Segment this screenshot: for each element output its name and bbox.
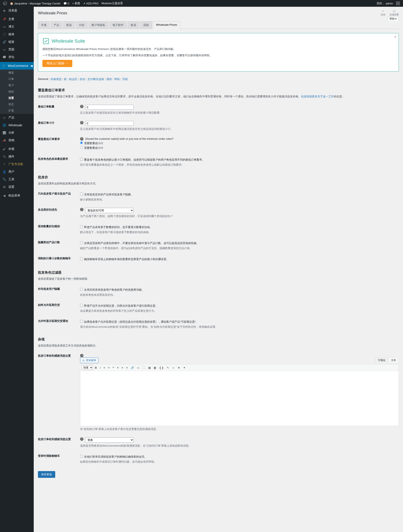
menu-settings[interactable]: ⚙设置 [0,183,34,191]
align-center-button[interactable]: ≡ [120,366,124,370]
fullscreen-button[interactable]: ⛶ [141,366,146,370]
tab-wholesale[interactable]: Wholesale Prices [153,21,180,29]
bold-button[interactable]: B [94,366,98,370]
menu-marketing[interactable]: 📣营销 [0,137,34,144]
menu-pages[interactable]: ▭页面 [0,46,34,53]
code-button[interactable]: ❮❯ [158,366,165,370]
menu-comments[interactable]: 💬评论 [0,53,34,61]
tab-shipping[interactable]: 配送 [63,21,75,29]
tooltip-icon[interactable]: ? [80,354,83,357]
editor-textarea[interactable] [80,371,399,426]
only-show-check[interactable]: 没有批发定价的产品将对批发客户隐藏。 [80,193,399,196]
min-req-opt1[interactable]: 需要数量或小计 [80,141,399,145]
subtab-discount[interactable]: 折扣 [80,77,85,81]
menu-users[interactable]: 👤用户 [0,168,34,176]
hide-count-check[interactable]: 在商店页面和产品类别存档中，不要在类别名称中显示产品计数。这可以提高这些页面的性… [80,241,399,245]
wp-logo-icon[interactable] [3,1,7,5]
tooltip-icon[interactable]: ? [80,208,83,211]
role-override-check[interactable]: 覆盖每个批发角色的默认最小订单规则。这使您可以根据客户的用户角色应用不同的最低订… [80,158,399,162]
greeting[interactable]: 您好，admin [377,1,393,5]
subtab-shipping[interactable]: 航运区 [69,77,77,81]
format-select[interactable]: 段落 [82,365,93,370]
menu-wholesale[interactable]: 🌐Wholesale [0,121,34,129]
subtab-pricetype[interactable]: 价格类型 [50,77,62,81]
tab-payments[interactable]: 付款 [76,21,88,29]
menu-analytics[interactable]: 📊分析 [0,129,34,137]
submenu-settings[interactable]: 设置 [6,95,34,101]
more-button[interactable]: ▭ [136,366,141,370]
hide-coupon-check[interactable]: 全局关闭具有批发用户角色的客户的优惠券功能。 [80,288,399,292]
text-tab[interactable]: 文本 [388,357,399,363]
subtab-upgrade[interactable]: 升级 [122,77,128,81]
menu-ads-pro[interactable]: ↗广告专业版 [0,160,34,168]
tab-general[interactable]: 常规 [38,21,50,29]
site-link[interactable]: 🏠 Jacqueline - Massage Therapy Center [10,2,61,5]
tooltip-icon[interactable]: ? [80,105,83,108]
link-button[interactable]: 🔗 [130,366,135,370]
wand-button[interactable]: ✦ [182,366,187,370]
quote-button[interactable]: ❝ [112,366,115,370]
tooltip-icon[interactable]: ? [80,137,83,141]
add-media-button[interactable]: 🗀 添加媒体 [80,357,98,363]
multi-cat-select[interactable]: 最低折扣可用 [85,208,134,213]
min-req-opt2[interactable]: 需要数量或小计 [80,146,399,150]
menu-tools[interactable]: 🔧工具 [0,176,34,183]
visual-tab[interactable]: 可视化 [375,357,388,363]
min-qty-input[interactable] [85,105,134,110]
read-guide-button[interactable]: 阅读入门指南 → [42,60,72,67]
paint-button[interactable]: ✎ [166,366,170,370]
ul-button[interactable]: ≡ [102,366,106,370]
tag-button[interactable]: ★ [177,366,181,370]
avatar[interactable] [396,1,400,5]
msg-pos2-select[interactable]: 替换 [85,437,134,443]
menu-plugins[interactable]: 🔌插件 [0,153,34,160]
show-backorder-check[interactable]: 如果批发客户允许延期交货（按照总是允许延期交货的设置），通知客户该产品"可延期交… [80,320,399,324]
menu-appearance[interactable]: 🖌外观 [0,145,34,153]
ads-link[interactable]: ↗ ADS PRO [83,2,99,5]
tab-accounts[interactable]: 帐户和隐私 [88,21,108,29]
modown-link[interactable]: Modown主题设置 [102,1,123,5]
submenu-reports[interactable]: 报表 [6,89,34,95]
menu-links[interactable]: 🔗链接 [0,38,34,46]
tab-emails[interactable]: 电子邮件 [109,21,127,29]
submenu-extensions[interactable]: 扩展 [6,108,34,114]
align-left-button[interactable]: ≡ [116,366,120,370]
emoji-button[interactable]: ☺ [171,366,176,370]
menu-products[interactable]: ▭产品 [0,114,34,121]
finish-setup-button[interactable]: ◯完成设置 [390,10,399,16]
help-toggle[interactable]: 帮助 ▾ [387,16,399,21]
tab-integration[interactable]: 集成 [127,21,139,29]
italic-button[interactable]: I [99,366,102,370]
toolbar-toggle-button[interactable]: ▦ [147,366,152,370]
activity-button[interactable]: ⚐活动 [381,10,385,16]
tooltip-icon[interactable]: ? [80,437,83,441]
new-link[interactable]: + 新建 [72,1,80,5]
add-qty-check[interactable]: 即使产品具有基于数量的折扣，也不要显示数量折扣表。 [80,225,399,229]
close-icon[interactable]: ✕ [394,35,397,38]
comments-link[interactable]: 💬 0 [63,2,69,5]
save-button[interactable]: 保存更改 [38,471,55,478]
menu-media[interactable]: 🎵媒体 [0,31,34,38]
menu-collapse[interactable]: ◀收起菜单 [0,192,34,199]
min-subtotal-input[interactable] [85,121,134,126]
menu-blogger[interactable]: ▭博主 [0,23,34,31]
menu-posts[interactable]: 📌文章 [0,15,34,23]
subtab-help[interactable]: 帮助 [114,77,120,81]
submenu-orders[interactable]: 订单 [6,76,34,82]
align-right-button[interactable]: ≡ [125,366,129,370]
table-button[interactable]: ▦ [153,366,157,370]
subtab-gateway[interactable]: 支付网关选项 [88,77,104,81]
tab-products[interactable]: 产品 [50,21,62,29]
subtab-general[interactable]: General [38,77,48,81]
menu-woocommerce[interactable]: 🛒WooCommerce◀ [0,62,34,70]
menu-dashboard[interactable]: ◈仪表盘 [0,7,34,14]
read-more-link[interactable]: 在此阅读更多关于这一工作 [301,95,334,98]
submenu-status[interactable]: 状态 [6,101,34,108]
tooltip-icon[interactable]: ? [80,121,83,124]
always-backorder-check[interactable]: 即使产品不允许延期交货，仍然允许批发客户进行延期交货。 [80,304,399,308]
clear-cart-check[interactable]: 在他们登录后清除批发客户的购物以确保新的会话。 [80,455,399,459]
subtab-cache[interactable]: 缓存 [107,77,112,81]
subtab-tax[interactable]: 税 [64,77,67,81]
submenu-customers[interactable]: 客户 [6,82,34,89]
ol-button[interactable]: ≡ [107,366,111,370]
